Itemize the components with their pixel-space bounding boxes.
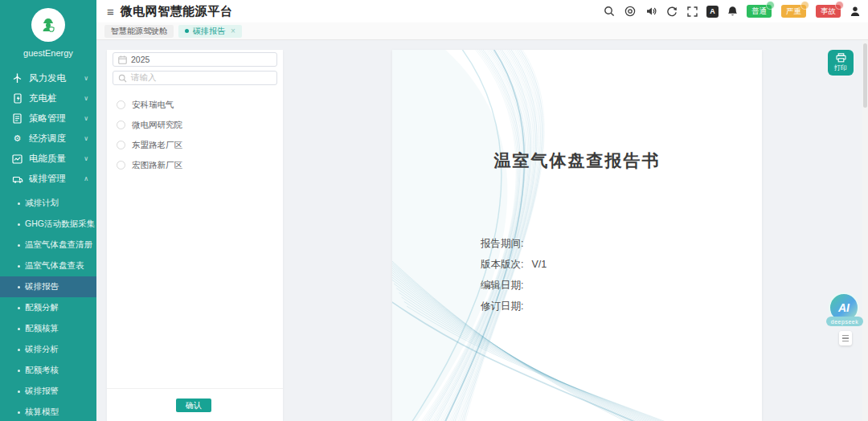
sidebar-subitem[interactable]: GHG活动数据采集 (0, 214, 96, 235)
sidebar-item-carbon-management[interactable]: 碳排管理 ∧ (0, 169, 96, 189)
sidebar-subitem[interactable]: 配额考核 (0, 360, 96, 381)
report-field-label: 版本版次: (481, 258, 523, 272)
app-title: 微电网智慧能源平台 (121, 4, 233, 19)
report-field-value: V/1 (531, 259, 547, 270)
panel-divider (107, 388, 283, 389)
sidebar-subitem-label: 碳排分析 (25, 344, 59, 355)
chevron-up-icon: ∧ (84, 175, 88, 182)
sidebar-item-wind-power[interactable]: 风力发电 ∨ (0, 68, 96, 88)
radio-icon[interactable] (117, 121, 125, 129)
sidebar-subitem[interactable]: 减排计划 (0, 193, 96, 214)
sidebar-item-power-quality[interactable]: 电能质量 ∨ (0, 149, 96, 169)
wind-turbine-icon (11, 73, 23, 84)
alarm-level-badge[interactable]: 事故 (816, 5, 841, 18)
search-input[interactable]: 请输入 (113, 71, 277, 85)
sidebar-subitem-label: 配额分解 (25, 302, 59, 313)
site-option[interactable]: 微电网研究院 (107, 115, 283, 135)
sidebar-item-charging-pile[interactable]: 充电桩 ∨ (0, 88, 96, 108)
search-placeholder: 请输入 (131, 72, 157, 84)
report-preview: 温室气体盘查报告书 报告期间: 版本版次: V/1 编辑日期: 修订日期: (392, 50, 762, 421)
target-icon[interactable] (623, 5, 637, 18)
gear-icon: ⚙ (11, 133, 23, 145)
year-picker[interactable]: 2025 (113, 52, 277, 67)
printer-icon (836, 53, 846, 63)
scrollbar-thumb[interactable] (863, 43, 867, 108)
bullet-dot-icon (18, 223, 20, 226)
bullet-dot-icon (18, 370, 20, 372)
bell-icon[interactable] (726, 5, 739, 18)
site-option[interactable]: 东盟路老厂区 (107, 135, 283, 155)
chevron-down-icon: ∨ (84, 135, 88, 142)
bullet-dot-icon (18, 202, 20, 205)
bullet-dot-icon (18, 328, 20, 330)
sidebar-subitem[interactable]: 温室气体盘查清册 (0, 235, 96, 255)
tab-carbon-report[interactable]: 碳排报告 × (178, 25, 242, 38)
sidebar-item-economic-dispatch[interactable]: ⚙ 经济调度 ∨ (0, 129, 96, 149)
alarm-level-badge[interactable]: 严重 (781, 5, 806, 18)
sidebar-subitem[interactable]: 碳排分析 (0, 339, 96, 360)
drag-handle-icon[interactable] (839, 331, 852, 345)
report-field-label: 编辑日期: (481, 279, 523, 292)
translate-icon[interactable]: A (706, 6, 719, 18)
report-field-label: 修订日期: (481, 300, 523, 313)
search-icon (118, 74, 127, 83)
chevron-down-icon: ∨ (84, 75, 88, 82)
filter-panel: 2025 请输入 安科瑞电气 微电网研究院 东盟路老厂区 宏图路新厂区 确认 (107, 50, 283, 421)
year-value: 2025 (131, 55, 149, 64)
report-field-row: 报告期间: (481, 233, 547, 254)
bullet-dot-icon (18, 390, 20, 393)
confirm-button[interactable]: 确认 (176, 399, 211, 412)
site-option[interactable]: 宏图路新厂区 (107, 155, 283, 175)
alarm-badges: 普通严重事故 (747, 5, 841, 18)
bullet-dot-icon (18, 349, 20, 351)
report-title: 温室气体盘查报告书 (392, 149, 762, 172)
sidebar-subitem-label: 减排计划 (25, 198, 59, 209)
report-fields: 报告期间: 版本版次: V/1 编辑日期: 修订日期: (481, 233, 547, 317)
sidebar-subitem[interactable]: 配额分解 (0, 297, 96, 318)
ai-brand-label: deepseek (826, 317, 863, 326)
active-dot-icon (185, 29, 189, 33)
sidebar-subitem[interactable]: 温室气体盘查表 (0, 255, 96, 276)
sidebar-subitem[interactable]: 配额核算 (0, 318, 96, 339)
chevron-down-icon: ∨ (84, 155, 88, 162)
sidebar-subitem-label: 配额核算 (25, 323, 59, 334)
page-scrollbar[interactable] (862, 40, 868, 421)
radio-icon[interactable] (117, 100, 125, 109)
sidebar-subitem[interactable]: 碳排报告 (0, 276, 96, 297)
sidebar-subitem-label: 碳排报告 (25, 281, 59, 292)
sidebar-menu: 风力发电 ∨ 充电桩 ∨ 策略管理 ∨ ⚙ 经济调度 ∨ 电能质量 (0, 68, 96, 189)
sidebar-subitem[interactable]: 核算模型 (0, 402, 96, 421)
radio-icon[interactable] (117, 141, 125, 149)
refresh-icon[interactable] (665, 5, 678, 18)
alarm-level-badge[interactable]: 普通 (747, 5, 772, 18)
sidebar: guestEnergy 风力发电 ∨ 充电桩 ∨ 策略管理 ∨ ⚙ 经济调度 (0, 0, 96, 421)
report-field-row: 编辑日期: (481, 275, 547, 296)
collapse-menu-icon[interactable]: ≡ (107, 6, 114, 18)
sidebar-subitem-label: 碳排报警 (25, 386, 59, 397)
close-tab-icon[interactable]: × (231, 27, 235, 35)
site-option-label: 微电网研究院 (132, 120, 182, 131)
site-option[interactable]: 安科瑞电气 (107, 95, 283, 115)
report-field-row: 修订日期: (481, 296, 547, 317)
username: guestEnergy (0, 48, 96, 58)
print-button[interactable]: 打印 (828, 50, 854, 76)
fullscreen-icon[interactable] (686, 5, 699, 18)
tab-bar: 智慧能源驾驶舱 碳排报告 × (96, 22, 868, 40)
radio-icon[interactable] (117, 161, 125, 170)
worker-logo-icon (31, 8, 65, 42)
report-field-row: 版本版次: V/1 (481, 254, 547, 275)
site-option-label: 安科瑞电气 (132, 100, 174, 111)
volume-icon[interactable] (644, 5, 657, 18)
bullet-dot-icon (18, 265, 20, 268)
bullet-dot-icon (18, 286, 20, 288)
sidebar-item-strategy-management[interactable]: 策略管理 ∨ (0, 108, 96, 129)
sidebar-subitem-label: 温室气体盘查表 (25, 260, 84, 272)
print-label: 打印 (834, 63, 847, 72)
search-icon[interactable] (602, 5, 616, 18)
sidebar-subitem-label: 配额考核 (25, 365, 59, 376)
tab-dashboard[interactable]: 智慧能源驾驶舱 (104, 25, 174, 38)
user-icon[interactable] (848, 5, 862, 18)
meter-icon (11, 153, 23, 165)
ai-assistant-button[interactable]: AI deepseek (829, 292, 861, 334)
sidebar-subitem[interactable]: 碳排报警 (0, 381, 96, 402)
